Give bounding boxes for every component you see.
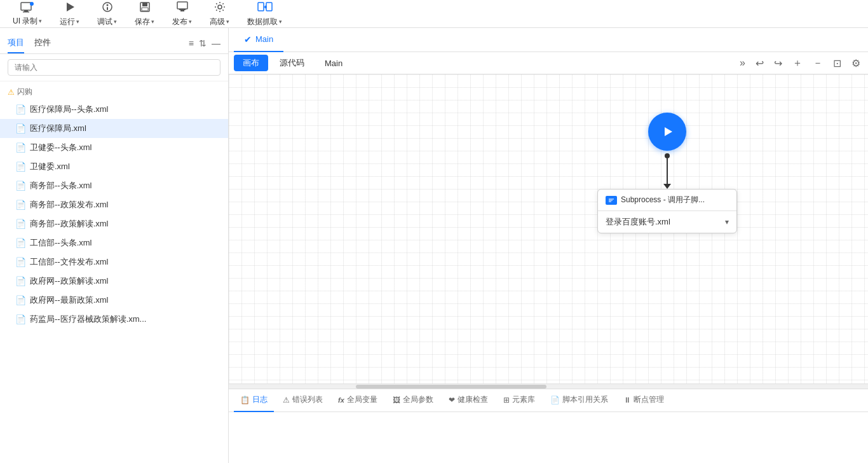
subprocess-node[interactable]: Subprocess - 调用子脚... 登录百度账号.xml ▾ [597,189,737,233]
sidebar-tab-project[interactable]: 项目 [8,33,24,53]
file-icon: 📄 [15,104,26,114]
toolbar-publish-label: 发布 [172,17,187,27]
settings-icon[interactable]: ⚙ [849,56,863,71]
list-item[interactable]: 📄 药监局--医疗器械政策解读.xm... [0,310,228,329]
file-name: 商务部--政策发布.xml [30,199,109,211]
sidebar-action-expand[interactable]: ⇅ [199,38,207,48]
redo-icon[interactable]: ↪ [771,56,785,71]
svg-rect-7 [107,7,108,10]
zoom-out-icon[interactable]: － [810,55,825,71]
zoom-in-icon[interactable]: ＋ [790,55,805,71]
file-name: 卫健委--头条.xml [30,142,92,153]
sidebar-tab-controls[interactable]: 控件 [34,33,51,53]
sidebar-list: ⚠ 闪购 📄 医疗保障局--头条.xml 📄 医疗保障局.xml 📄 卫健委--… [0,81,228,463]
list-item[interactable]: 📄 商务部--头条.xml [0,176,228,195]
svg-rect-10 [142,8,148,11]
editor-toolbar-right: » ↩ ↪ ＋ － ⊡ ⚙ [737,55,863,71]
search-input[interactable] [8,59,220,76]
list-item[interactable]: 📄 医疗保障局--头条.xml [0,100,228,119]
list-item[interactable]: 📄 政府网--政策解读.xml [0,272,228,291]
svg-rect-13 [180,10,184,11]
canvas-scrollbar[interactable] [229,384,868,389]
list-item[interactable]: 📄 工信部--头条.xml [0,233,228,252]
editor-tab-source[interactable]: 源代码 [271,55,313,71]
publish-icon [176,1,189,15]
ui-record-icon [20,1,34,15]
file-name: 商务部--政策解读.xml [30,218,109,230]
list-item[interactable]: 📄 工信部--文件发布.xml [0,252,228,272]
undo-icon[interactable]: ↩ [753,56,766,71]
list-item[interactable]: 📄 卫健委.xml [0,157,228,176]
list-item[interactable]: 📄 医疗保障局.xml [0,119,228,138]
file-name: 医疗保障局--头条.xml [30,104,109,115]
toolbar-publish[interactable]: 发布 ▾ [165,0,200,30]
list-item[interactable]: 📄 商务部--政策发布.xml [0,195,228,214]
toolbar-save[interactable]: 保存 ▾ [127,0,162,30]
subprocess-icon [606,196,617,205]
bottom-tab-script-ref[interactable]: 📄 脚本引用关系 [544,389,614,412]
fit-icon[interactable]: ⊡ [831,56,844,71]
canvas-area[interactable]: Subprocess - 调用子脚... 登录百度账号.xml ▾ [229,74,868,389]
file-name: 商务部--头条.xml [30,180,92,191]
list-item[interactable]: 📄 政府网--最新政策.xml [0,291,228,310]
global-params-icon: 🖼 [393,396,400,404]
toolbar-debug-label: 调试 [97,17,112,27]
content-area: ✔ Main 画布 源代码 Main » ↩ ↪ ＋ － ⊡ ⚙ [229,28,868,463]
bottom-tabs: 📋 日志 ⚠ 错误列表 fx 全局变量 🖼 全局参数 ❤ 健康检查 [229,389,868,412]
toolbar-ui-record[interactable]: UI 录制 ▾ [5,0,50,29]
start-node[interactable] [648,113,686,151]
bottom-tab-errors[interactable]: ⚠ 错误列表 [276,389,329,412]
tab-main[interactable]: ✔ Main [234,28,283,52]
bottom-tab-breakpoints[interactable]: ⏸ 断点管理 [617,389,670,412]
svg-rect-0 [21,3,31,10]
bottom-tab-elements[interactable]: ⊞ 元素库 [497,389,541,412]
log-label: 日志 [252,394,268,405]
toolbar-advanced-label: 高级 [210,17,225,27]
svg-rect-11 [177,2,187,9]
bottom-panel: 📋 日志 ⚠ 错误列表 fx 全局变量 🖼 全局参数 ❤ 健康检查 [229,389,868,463]
bottom-tab-global-params[interactable]: 🖼 全局参数 [386,389,440,412]
run-chevron: ▾ [76,18,79,25]
toolbar-run[interactable]: 运行 ▾ [52,0,87,30]
script-ref-icon: 📄 [550,396,560,404]
toolbar-run-label: 运行 [60,17,75,27]
file-icon: 📄 [15,200,26,210]
expand-icon[interactable]: » [737,56,748,70]
sidebar-action-minus[interactable]: — [212,38,220,48]
file-tab-bar: ✔ Main [229,28,868,52]
svg-rect-2 [23,11,29,13]
bottom-tab-health[interactable]: ❤ 健康检查 [442,389,494,412]
svg-rect-16 [266,3,272,11]
sidebar-action-sort[interactable]: ≡ [189,38,194,48]
file-name: 卫健委.xml [30,161,70,172]
toolbar-advanced[interactable]: 高级 ▾ [202,0,237,30]
file-name: 医疗保障局.xml [30,123,86,134]
save-chevron: ▾ [151,18,154,25]
toolbar-debug[interactable]: 调试 ▾ [90,0,125,30]
editor-tab-canvas[interactable]: 画布 [234,55,268,71]
elements-icon: ⊞ [503,396,510,404]
file-icon: 📄 [15,238,26,248]
subprocess-dropdown-icon[interactable]: ▾ [725,218,729,226]
svg-rect-12 [179,9,186,10]
subprocess-title: Subprocess - 调用子脚... [621,195,705,205]
editor-tab-main[interactable]: Main [316,56,351,71]
file-icon: 📄 [15,142,26,153]
svg-marker-4 [67,3,74,11]
sidebar-tab-actions: ≡ ⇅ — [189,38,220,48]
list-item[interactable]: 📄 卫健委--头条.xml [0,138,228,157]
svg-marker-17 [665,127,672,136]
global-vars-icon: fx [338,396,344,404]
main-layout: 项目 控件 ≡ ⇅ — ⚠ 闪购 📄 医疗保障局--头条.xml 📄 医 [0,28,868,463]
toolbar-data-capture[interactable]: 数据抓取 ▾ [240,0,290,30]
file-icon: 📄 [15,181,26,191]
toolbar-save-label: 保存 [135,17,150,27]
scrollbar-thumb [356,385,546,389]
list-item[interactable]: 📄 商务部--政策解读.xml [0,214,228,233]
bottom-tab-global-vars[interactable]: fx 全局变量 [332,389,384,412]
health-icon: ❤ [449,396,455,404]
file-name: 工信部--头条.xml [30,237,92,249]
bottom-tab-log[interactable]: 📋 日志 [234,389,274,412]
file-icon: 📄 [15,276,26,286]
sidebar: 项目 控件 ≡ ⇅ — ⚠ 闪购 📄 医疗保障局--头条.xml 📄 医 [0,28,229,463]
